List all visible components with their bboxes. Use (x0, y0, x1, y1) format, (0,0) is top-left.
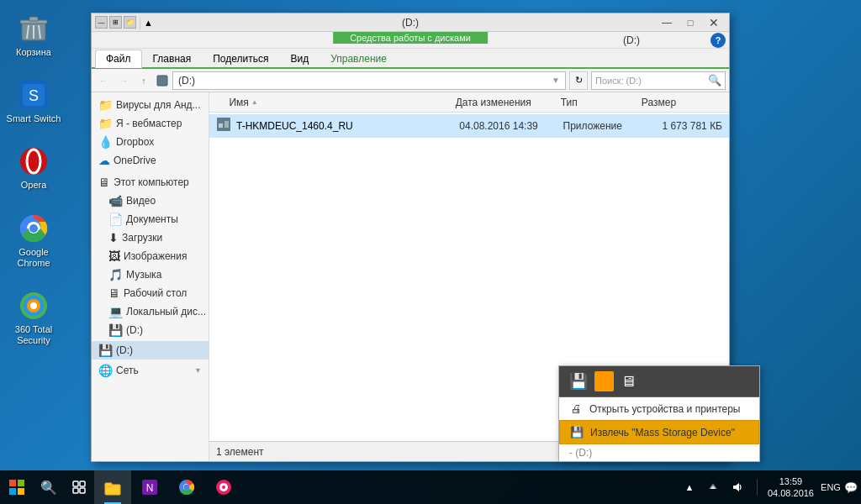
google-chrome-icon[interactable]: Google Chrome (2, 208, 66, 272)
col-name[interactable]: Имя ▲ (229, 97, 455, 108)
svg-point-37 (184, 485, 190, 491)
computer-icon: 🖥 (98, 176, 110, 189)
taskbar-music[interactable] (205, 470, 242, 504)
usb-eject-icon: 💾 (570, 426, 584, 438)
title-btn-1[interactable]: — (95, 16, 108, 29)
col-size[interactable]: Размер (642, 97, 722, 108)
sidebar-item-desktop[interactable]: 🖥 Рабочий стол (92, 284, 209, 302)
tab-view[interactable]: Вид (279, 50, 320, 67)
tray-volume[interactable] (726, 470, 747, 504)
refresh-button[interactable]: ↻ (569, 71, 588, 90)
sidebar-item-d-drive-selected[interactable]: 💾 (D:) (92, 341, 209, 360)
quick-access-icon: ▲ (144, 18, 153, 28)
sidebar-item-documents[interactable]: 📄 Документы (92, 210, 209, 228)
svg-rect-19 (157, 76, 167, 86)
opera-label: Opera (21, 180, 47, 191)
title-btn-3[interactable]: 📁 (124, 16, 136, 29)
sidebar-item-dropbox[interactable]: 💧 Dropbox (92, 133, 209, 151)
task-view-button[interactable] (64, 470, 94, 504)
column-headers: Имя ▲ Дата изменения Тип Размер (209, 92, 729, 113)
file-name: T-HKMDEUC_1460.4_RU (236, 120, 459, 132)
sidebar-item-images[interactable]: 🖼 Изображения (92, 247, 209, 265)
lang-indicator[interactable]: ENG (821, 470, 841, 504)
taskbar-chrome[interactable] (168, 470, 205, 504)
tab-share[interactable]: Поделиться (202, 50, 279, 67)
address-icon (156, 74, 169, 87)
open-devices-item[interactable]: 🖨 Открыть устройства и принтеры (559, 397, 759, 420)
recycle-bin-icon[interactable]: Корзина (2, 8, 66, 61)
start-button[interactable] (0, 470, 34, 504)
usb-icon-2: 💾 (98, 344, 113, 357)
sidebar-item-video[interactable]: 📹 Видео (92, 192, 209, 210)
sidebar-item-local-disk[interactable]: 💻 Локальный дис... (92, 302, 209, 321)
tab-manage[interactable]: Управление (320, 50, 398, 67)
up-button[interactable]: ↑ (135, 72, 152, 89)
sidebar-item-downloads[interactable]: ⬇ Загрузки (92, 228, 209, 247)
sidebar-item-viruses[interactable]: 📁 Вирусы для Анд... (92, 96, 209, 114)
desktop-icons-area: Корзина S Smart Switch Opera (0, 0, 67, 504)
taskbar-clock[interactable]: 13:59 04.08.2016 (761, 475, 821, 500)
svg-rect-23 (9, 480, 16, 486)
tray-network[interactable] (703, 470, 723, 504)
smart-switch-icon[interactable]: S Smart Switch (2, 75, 66, 128)
back-button[interactable]: ← (95, 72, 112, 89)
opera-icon[interactable]: Opera (2, 141, 66, 194)
search-box[interactable]: Поиск: (D:) 🔍 (591, 71, 726, 90)
tray-usb-icon[interactable]: 💾 (569, 372, 588, 391)
sidebar-item-network[interactable]: 🌐 Сеть ▼ (92, 361, 209, 380)
taskbar: 🔍 N (0, 470, 861, 504)
maximize-button[interactable]: □ (679, 13, 702, 32)
address-bar[interactable]: (D:) ▼ (172, 71, 566, 90)
eject-item[interactable]: 💾 Извлечь "Mass Storage Device" (559, 420, 759, 444)
google-chrome-label: Google Chrome (5, 247, 62, 269)
svg-text:S: S (29, 87, 39, 104)
taskbar-file-explorer[interactable] (94, 470, 131, 504)
tray-expand[interactable]: ▲ (679, 470, 700, 504)
file-item[interactable]: T-HKMDEUC_1460.4_RU 04.08.2016 14:39 При… (209, 114, 729, 138)
svg-point-18 (30, 302, 37, 309)
title-btn-2[interactable]: ⊞ (109, 16, 122, 29)
desktop: Корзина S Smart Switch Opera (0, 0, 861, 504)
drive-icon: 💻 (108, 305, 123, 318)
taskbar-onenote[interactable]: N (131, 470, 168, 504)
360-security-label: 360 Total Security (5, 324, 62, 346)
svg-rect-28 (80, 481, 85, 486)
video-icon: 📹 (108, 194, 123, 207)
smart-switch-label: Smart Switch (7, 113, 61, 124)
tab-home[interactable]: Главная (142, 50, 203, 67)
svg-rect-22 (224, 121, 229, 128)
tray-monitor-icon[interactable]: 🖥 (621, 373, 636, 391)
sidebar-item-d-drive[interactable]: 💾 (D:) (92, 321, 209, 339)
file-type: Приложение (563, 120, 643, 132)
col-type[interactable]: Тип (561, 97, 642, 108)
notifications-button[interactable]: 💬 (841, 470, 861, 504)
col-date[interactable]: Дата изменения (456, 97, 561, 108)
360-security-icon[interactable]: 360 Total Security (2, 286, 66, 349)
sidebar: 📁 Вирусы для Анд... 📁 Я - вебмастер 💧 Dr… (92, 92, 209, 461)
svg-rect-29 (73, 488, 78, 493)
svg-rect-30 (80, 488, 85, 493)
help-icon[interactable]: ? (710, 33, 726, 48)
search-placeholder: Поиск: (D:) (595, 76, 642, 86)
disk-tools-label: Средства работы с дисками (333, 32, 488, 44)
close-button[interactable]: ✕ (702, 13, 726, 32)
tray-preview: 💾 ⬆ 🖥 (559, 366, 759, 397)
taskbar-search-button[interactable]: 🔍 (34, 470, 64, 504)
svg-point-14 (29, 224, 38, 233)
printer-icon: 🖨 (569, 402, 583, 415)
eject-label: Извлечь "Mass Storage Device" (590, 427, 735, 438)
tab-file[interactable]: Файл (95, 50, 142, 68)
sidebar-item-thispc[interactable]: 🖥 Этот компьютер (92, 173, 209, 192)
recycle-bin-image (17, 12, 50, 45)
sidebar-item-onedrive[interactable]: ☁ OneDrive (92, 151, 209, 170)
drive-sublabel: - (D:) (559, 444, 759, 461)
svg-point-9 (20, 148, 47, 175)
google-chrome-image (17, 212, 50, 245)
tray-battery-icon[interactable]: ⬆ (594, 371, 614, 391)
sidebar-item-webmaster[interactable]: 📁 Я - вебмастер (92, 114, 209, 133)
svg-rect-24 (18, 480, 24, 486)
minimize-button[interactable]: — (655, 13, 679, 32)
forward-button[interactable]: → (115, 72, 132, 89)
tray-divider (757, 479, 758, 496)
sidebar-item-music[interactable]: 🎵 Музыка (92, 265, 209, 284)
